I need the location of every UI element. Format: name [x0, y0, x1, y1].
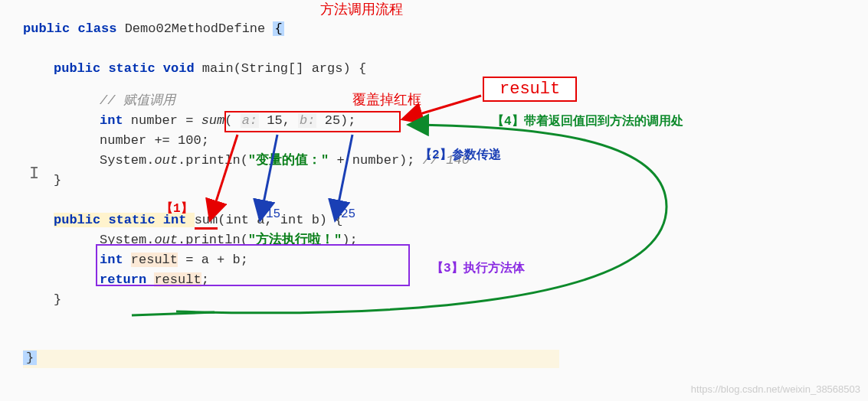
red-callbox [224, 111, 401, 132]
step2-label: 【2】参数传递 [420, 147, 501, 163]
line-sum-decl: public static int sum(int a, int b) { [23, 210, 470, 230]
value-25: 25 [341, 207, 355, 221]
line-closebrace3: } [23, 350, 37, 365]
step3-label: 【3】执行方法体 [431, 260, 525, 276]
cover-red-label: 覆盖掉红框 [352, 90, 421, 109]
purple-bodybox [96, 244, 410, 286]
diagram-title: 方法调用流程 [320, 0, 403, 18]
green-underline [132, 312, 215, 315]
line-class-decl: public class Demo02MethodDefine { [23, 19, 470, 39]
step4-label: 【4】带着返回值回到方法的调用处 [492, 113, 683, 129]
result-box: result [483, 77, 577, 102]
watermark: https://blog.csdn.net/weixin_38568503 [691, 383, 860, 395]
active-line-highlight [23, 350, 559, 368]
line-main-decl: public static void main(String[] args) { [23, 59, 470, 79]
line-closebrace1: } [23, 171, 470, 191]
line-number-inc: number += 100; [23, 131, 470, 151]
step1-label: 【1】 [161, 200, 193, 217]
value-15: 15 [266, 207, 280, 221]
text-cursor-icon: I [29, 165, 39, 184]
line-println1: System.out.println("变量的值：" + number); //… [23, 151, 470, 171]
line-closebrace2: } [23, 290, 470, 310]
